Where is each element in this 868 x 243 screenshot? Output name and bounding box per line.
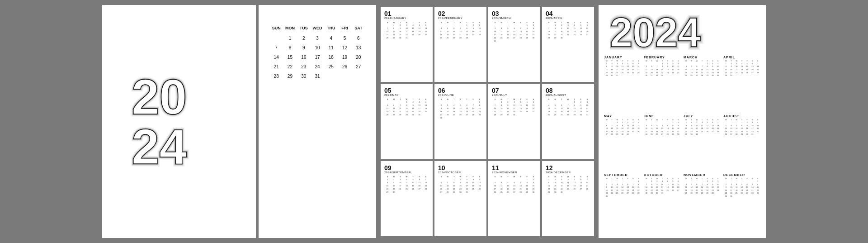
year-2024-graphic: 20 20 20 20 20 24 24 24 24 xyxy=(132,67,249,175)
mc-day-cell: 5 xyxy=(552,104,558,107)
mc-day-cell: 18 xyxy=(518,107,524,110)
mc-day-cell: 17 xyxy=(476,30,483,33)
mc-day-cell: 3 xyxy=(492,27,498,30)
yo-day-cell: 16 xyxy=(665,68,670,71)
mc-day-cell xyxy=(571,191,578,194)
yo-day-cell: 21 xyxy=(631,189,636,192)
yo-day-cell xyxy=(649,121,655,124)
yo-day-cell: 26 xyxy=(689,74,694,77)
yo-day-cell: 10 xyxy=(614,65,620,68)
yo-day-cell: 30 xyxy=(620,133,625,136)
mc-day-cell: 9 xyxy=(530,181,537,184)
mc-day-cell: 25 xyxy=(470,187,476,191)
mc-day-cell xyxy=(451,24,457,27)
yo-day-cell: 5 xyxy=(620,183,625,186)
yo-day-cell: 18 xyxy=(755,127,760,130)
mc-day-cell: 6 xyxy=(451,27,457,30)
yo-day-cell: 10 xyxy=(729,186,734,189)
mc-day-cell: 22 xyxy=(552,33,558,36)
mc-day-cell: 16 xyxy=(457,184,463,187)
yo-day-cell: 2 xyxy=(745,121,750,124)
mc-day-cell xyxy=(584,191,590,194)
mc-day-cell: 24 xyxy=(565,33,571,36)
yo-day-cell: 22 xyxy=(755,189,760,192)
mc-day-cell: 11 xyxy=(403,181,410,184)
mc-day-cell xyxy=(444,100,451,104)
yo-day-cell: 27 xyxy=(750,71,755,74)
yo-day-cell: 11 xyxy=(675,65,681,68)
month-mini-card: 112024/NOVEMBERSMTWTFS123456789101112131… xyxy=(488,161,540,236)
yo-day-cell xyxy=(739,195,745,198)
yo-day-cell xyxy=(665,74,670,77)
yo-day-cell: 27 xyxy=(694,192,699,195)
mc-day-cell: 3 xyxy=(511,100,517,104)
mc-day-cell: 18 xyxy=(423,107,429,110)
mc-day-cell: 26 xyxy=(578,33,584,36)
mc-day-cell: 20 xyxy=(558,110,565,113)
mc-month-num: 03 xyxy=(492,10,537,17)
yo-day-cell: 25 xyxy=(620,71,625,74)
yo-day-cell: 30 xyxy=(710,192,716,195)
mc-day-cell: 19 xyxy=(505,187,511,191)
mc-day-cell: 10 xyxy=(492,30,498,33)
mc-day-cell: 4 xyxy=(546,104,552,107)
yo-day-cell: 25 xyxy=(699,130,705,133)
yo-day-cell: 27 xyxy=(694,74,699,77)
yo-month-name: OCTOBER xyxy=(644,173,681,176)
mc-day-cell: 1 xyxy=(451,178,457,181)
mc-day-cell: 20 xyxy=(584,30,590,33)
mc-day-cell xyxy=(498,178,505,181)
mc-day-cell: 13 xyxy=(416,181,423,184)
yo-day-cell: 7 xyxy=(755,62,760,65)
yo-day-cell: 16 xyxy=(675,127,681,130)
yo-day-cell: 17 xyxy=(670,68,676,71)
yo-day-cell: 6 xyxy=(745,183,750,186)
yo-day-cell: 9 xyxy=(604,186,609,189)
mc-day-cell: 22 xyxy=(403,110,410,113)
mc-day-cell: 4 xyxy=(470,178,476,181)
yo-day-cell xyxy=(636,74,641,77)
mc-day-cell: 4 xyxy=(403,178,410,181)
mc-day-cell: 8 xyxy=(451,181,457,184)
mc-day-cell: 4 xyxy=(438,27,444,30)
cal-day-cell: 2 xyxy=(297,34,311,43)
yo-day-cell: 15 xyxy=(614,127,620,130)
yo-day-cell xyxy=(609,121,615,124)
mc-day-cell: 23 xyxy=(438,113,444,116)
mc-day-cell: 5 xyxy=(505,181,511,184)
mc-day-cell: 15 xyxy=(546,184,552,187)
yo-day-cell xyxy=(675,74,681,77)
yo-day-cell: 18 xyxy=(620,68,625,71)
mc-day-cell xyxy=(451,116,457,119)
svg-text:2024: 2024 xyxy=(610,10,700,51)
yo-day-cell xyxy=(694,62,699,65)
mc-day-cell xyxy=(444,24,451,27)
yo-month-name: FEBRUARY xyxy=(644,56,681,59)
mc-day-cell: 17 xyxy=(492,187,498,191)
mc-day-cell: 10 xyxy=(416,104,423,107)
yo-month-name: JUNE xyxy=(644,114,681,118)
cal-day-cell: 13 xyxy=(352,43,365,52)
yo-day-cell: 9 xyxy=(620,124,625,127)
mc-day-cell xyxy=(464,116,470,119)
mc-day-cell: 30 xyxy=(397,36,403,39)
mc-day-cell: 5 xyxy=(410,178,416,181)
mc-days-grid: 1234567891011121314151617181920212223242… xyxy=(492,178,537,194)
mc-day-cell: 16 xyxy=(578,107,584,110)
yo-day-cell: 18 xyxy=(614,189,620,192)
monthly-mini-grid: 012024/JANUARYSMTWTFS1234567891011121314… xyxy=(379,5,596,238)
mc-day-cell: 26 xyxy=(552,113,558,116)
yo-day-cell: 5 xyxy=(644,65,649,68)
mc-day-cell xyxy=(524,113,530,116)
mc-day-cell: 30 xyxy=(552,191,558,194)
yo-day-cell: 30 xyxy=(604,195,609,198)
mc-day-cell: 13 xyxy=(584,27,590,30)
mc-day-cell: 8 xyxy=(476,104,483,107)
yo-day-cell xyxy=(750,180,755,183)
mc-day-cell xyxy=(565,191,571,194)
mc-day-cell: 24 xyxy=(416,110,423,113)
yo-day-cell: 19 xyxy=(620,189,625,192)
yo-day-cell: 4 xyxy=(665,180,670,183)
yo-day-cell: 19 xyxy=(636,127,641,130)
yo-day-cell: 4 xyxy=(684,65,689,68)
